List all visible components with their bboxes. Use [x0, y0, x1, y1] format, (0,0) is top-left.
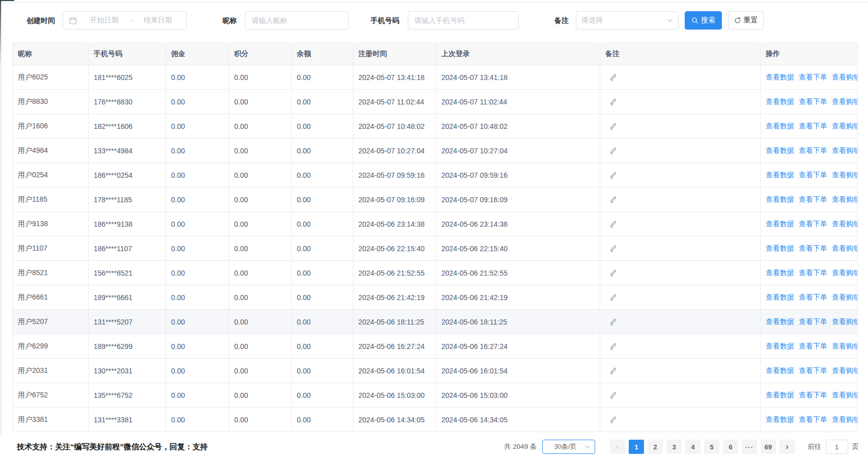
- edit-remark-icon[interactable]: [609, 416, 617, 424]
- action-view-orders[interactable]: 查看下单: [799, 244, 827, 252]
- action-view-orders[interactable]: 查看下单: [799, 122, 827, 130]
- action-view-data[interactable]: 查看数据: [766, 391, 794, 399]
- action-view-orders[interactable]: 查看下单: [799, 97, 827, 105]
- goto-page-input[interactable]: [826, 440, 848, 454]
- cell-nickname: 用户1107: [13, 236, 89, 261]
- cell-phone: 189****6299: [89, 334, 166, 359]
- pager-ellipsis[interactable]: ···: [742, 440, 757, 454]
- nickname-input[interactable]: [245, 11, 349, 30]
- create-time-range-picker[interactable]: 开始日期 - 结束日期: [63, 11, 187, 30]
- action-view-orders[interactable]: 查看下单: [799, 73, 827, 81]
- action-view-orders[interactable]: 查看下单: [799, 415, 827, 423]
- cell-last-login: 2024-05-06 16:01:54: [436, 359, 600, 383]
- reset-button[interactable]: 重置: [728, 11, 764, 30]
- cell-balance: 0.00: [292, 212, 353, 236]
- cell-nickname: 用户5207: [13, 310, 89, 334]
- cell-actions: 查看数据查看下单查看购物车: [761, 334, 858, 359]
- cell-phone: 181****6025: [89, 65, 166, 90]
- action-view-orders[interactable]: 查看下单: [799, 220, 827, 228]
- action-view-orders[interactable]: 查看下单: [799, 171, 827, 179]
- cell-remark: [600, 163, 761, 187]
- action-view-orders[interactable]: 查看下单: [799, 268, 827, 277]
- action-view-data[interactable]: 查看数据: [766, 146, 794, 154]
- action-view-cart[interactable]: 查看购物车: [832, 195, 858, 203]
- action-view-data[interactable]: 查看数据: [766, 220, 794, 228]
- action-view-orders[interactable]: 查看下单: [799, 195, 827, 203]
- edit-remark-icon[interactable]: [609, 245, 617, 253]
- action-view-data[interactable]: 查看数据: [766, 317, 794, 326]
- action-view-data[interactable]: 查看数据: [766, 342, 794, 350]
- page-button-69[interactable]: 69: [761, 440, 776, 454]
- action-view-data[interactable]: 查看数据: [766, 122, 794, 130]
- action-view-data[interactable]: 查看数据: [766, 244, 794, 252]
- action-view-data[interactable]: 查看数据: [766, 195, 794, 203]
- action-view-cart[interactable]: 查看购物车: [832, 366, 858, 374]
- action-view-cart[interactable]: 查看购物车: [832, 146, 858, 154]
- action-view-data[interactable]: 查看数据: [766, 268, 794, 277]
- action-view-orders[interactable]: 查看下单: [799, 366, 827, 374]
- action-view-cart[interactable]: 查看购物车: [832, 220, 858, 228]
- page-button-3[interactable]: 3: [666, 440, 682, 454]
- action-view-orders[interactable]: 查看下单: [799, 391, 827, 399]
- column-header-8: 操作: [761, 43, 858, 65]
- action-view-data[interactable]: 查看数据: [766, 171, 794, 179]
- action-view-cart[interactable]: 查看购物车: [832, 293, 858, 301]
- action-view-cart[interactable]: 查看购物车: [832, 122, 858, 130]
- action-view-orders[interactable]: 查看下单: [799, 146, 827, 154]
- page-size-select[interactable]: 30条/页: [542, 440, 595, 454]
- cell-register-time: 2024-05-06 21:42:19: [353, 285, 436, 310]
- edit-remark-icon[interactable]: [609, 220, 617, 228]
- cell-last-login: 2024-05-06 22:15:40: [436, 236, 600, 261]
- action-view-cart[interactable]: 查看购物车: [832, 317, 858, 326]
- action-view-data[interactable]: 查看数据: [766, 73, 794, 81]
- search-button[interactable]: 搜索: [685, 11, 722, 30]
- action-view-orders[interactable]: 查看下单: [799, 293, 827, 301]
- page-button-2[interactable]: 2: [648, 440, 663, 454]
- action-view-cart[interactable]: 查看购物车: [832, 391, 858, 399]
- start-date-placeholder[interactable]: 开始日期: [81, 16, 128, 25]
- cell-register-time: 2024-05-07 09:16:09: [353, 187, 436, 212]
- page-button-6[interactable]: 6: [723, 440, 738, 454]
- phone-input[interactable]: [408, 11, 519, 30]
- edit-remark-icon[interactable]: [609, 318, 617, 326]
- cell-register-time: 2024-05-06 22:15:40: [353, 236, 436, 261]
- action-view-data[interactable]: 查看数据: [766, 293, 794, 301]
- action-view-cart[interactable]: 查看购物车: [832, 244, 858, 252]
- next-page-button[interactable]: ›: [779, 440, 795, 454]
- action-view-cart[interactable]: 查看购物车: [832, 415, 858, 423]
- edit-remark-icon[interactable]: [609, 122, 617, 130]
- edit-remark-icon[interactable]: [609, 342, 617, 351]
- edit-remark-icon[interactable]: [609, 391, 617, 399]
- cell-actions: 查看数据查看下单查看购物车: [761, 261, 858, 285]
- edit-remark-icon[interactable]: [609, 171, 617, 179]
- left-edge-shadow: [0, 0, 3, 458]
- page-button-1[interactable]: 1: [629, 440, 644, 454]
- remark-select[interactable]: 请选择: [576, 11, 679, 30]
- action-view-cart[interactable]: 查看购物车: [832, 97, 858, 105]
- cell-actions: 查看数据查看下单查看购物车: [761, 163, 858, 187]
- edit-remark-icon[interactable]: [609, 269, 617, 277]
- page-button-4[interactable]: 4: [685, 440, 701, 454]
- action-view-cart[interactable]: 查看购物车: [832, 268, 858, 277]
- action-view-orders[interactable]: 查看下单: [799, 342, 827, 350]
- page-button-5[interactable]: 5: [704, 440, 719, 454]
- prev-page-button[interactable]: ‹: [610, 440, 625, 454]
- action-view-cart[interactable]: 查看购物车: [832, 73, 858, 81]
- edit-remark-icon[interactable]: [609, 147, 617, 155]
- cell-last-login: 2024-05-06 15:03:00: [436, 383, 600, 408]
- edit-remark-icon[interactable]: [609, 196, 617, 204]
- end-date-placeholder[interactable]: 结束日期: [134, 16, 181, 25]
- edit-remark-icon[interactable]: [609, 98, 617, 106]
- action-view-cart[interactable]: 查看购物车: [832, 342, 858, 350]
- action-view-data[interactable]: 查看数据: [766, 415, 794, 423]
- edit-remark-icon[interactable]: [609, 293, 617, 302]
- edit-remark-icon[interactable]: [609, 367, 617, 375]
- action-view-data[interactable]: 查看数据: [766, 97, 794, 105]
- table-row: 用户6752135****67520.000.000.002024-05-06 …: [13, 383, 858, 408]
- action-view-cart[interactable]: 查看购物车: [832, 171, 858, 179]
- cell-actions: 查看数据查看下单查看购物车: [761, 408, 858, 432]
- edit-remark-icon[interactable]: [609, 73, 617, 82]
- action-view-data[interactable]: 查看数据: [766, 366, 794, 374]
- action-view-orders[interactable]: 查看下单: [799, 317, 827, 326]
- cell-balance: 0.00: [292, 359, 353, 383]
